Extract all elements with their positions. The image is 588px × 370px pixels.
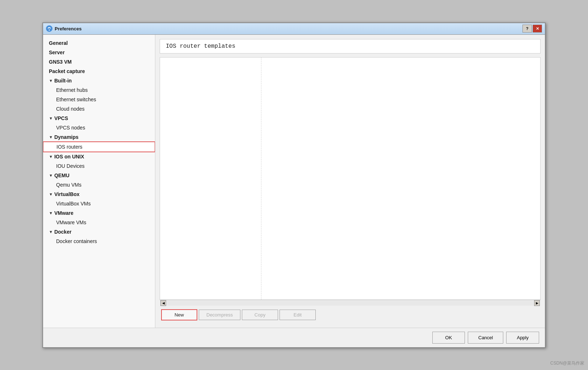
- sidebar-item-docker[interactable]: ▼ Docker: [43, 227, 155, 237]
- sidebar-item-vmware-vms[interactable]: VMware VMs: [43, 218, 155, 227]
- new-button[interactable]: New: [161, 309, 197, 320]
- virtualbox-arrow: ▼: [49, 192, 53, 196]
- scroll-right-btn[interactable]: ▶: [534, 300, 540, 306]
- action-buttons: New Decompress Copy Edit: [160, 306, 541, 323]
- scroll-track[interactable]: [167, 301, 533, 306]
- docker-arrow: ▼: [49, 230, 53, 234]
- cancel-button[interactable]: Cancel: [468, 332, 503, 344]
- window-icon: [46, 25, 52, 32]
- svg-point-0: [46, 26, 52, 31]
- ios-unix-arrow: ▼: [49, 154, 53, 159]
- title-bar: Preferences ? ✕: [43, 23, 545, 35]
- sidebar-item-built-in[interactable]: ▼ Built-in: [43, 76, 155, 85]
- close-button[interactable]: ✕: [533, 25, 542, 33]
- window-controls: ? ✕: [522, 25, 542, 33]
- content-area: General Server GNS3 VM Packet capture ▼ …: [43, 35, 545, 328]
- decompress-button[interactable]: Decompress: [199, 310, 240, 320]
- sidebar-item-vpcs-nodes[interactable]: VPCS nodes: [43, 123, 155, 132]
- dynamips-arrow: ▼: [49, 135, 53, 139]
- vpcs-arrow: ▼: [49, 116, 53, 120]
- right-pane: [261, 58, 540, 299]
- help-button[interactable]: ?: [522, 25, 532, 33]
- sidebar-item-virtualbox-vms[interactable]: VirtualBox VMs: [43, 199, 155, 208]
- sidebar-item-ethernet-switches[interactable]: Ethernet switches: [43, 95, 155, 104]
- sidebar-item-general[interactable]: General: [43, 38, 155, 48]
- sidebar-item-packet-capture[interactable]: Packet capture: [43, 67, 155, 76]
- panel-content: [160, 57, 541, 300]
- svg-point-1: [49, 30, 50, 31]
- sidebar-item-ethernet-hubs[interactable]: Ethernet hubs: [43, 85, 155, 95]
- ok-button[interactable]: OK: [432, 332, 465, 344]
- scroll-left-btn[interactable]: ◀: [160, 300, 166, 306]
- preferences-window: Preferences ? ✕ General Server GNS3 VM P…: [42, 22, 546, 348]
- horizontal-scrollbar[interactable]: ◀ ▶: [160, 300, 541, 306]
- sidebar-item-iou-devices[interactable]: IOU Devices: [43, 161, 155, 171]
- sidebar-item-virtualbox[interactable]: ▼ VirtualBox: [43, 190, 155, 199]
- apply-button[interactable]: Apply: [506, 332, 539, 344]
- sidebar-item-docker-containers[interactable]: Docker containers: [43, 237, 155, 246]
- sidebar-item-gns3vm[interactable]: GNS3 VM: [43, 57, 155, 67]
- dialog-buttons: OK Cancel Apply: [43, 328, 545, 347]
- sidebar-item-vmware[interactable]: ▼ VMware: [43, 208, 155, 218]
- vmware-arrow: ▼: [49, 211, 53, 215]
- sidebar-item-cloud-nodes[interactable]: Cloud nodes: [43, 104, 155, 114]
- sidebar-item-ios-routers[interactable]: IOS routers: [43, 142, 155, 152]
- copy-button[interactable]: Copy: [242, 310, 278, 320]
- edit-button[interactable]: Edit: [280, 310, 316, 320]
- sidebar-item-vpcs[interactable]: ▼ VPCS: [43, 114, 155, 123]
- sidebar-item-server[interactable]: Server: [43, 48, 155, 57]
- sidebar-item-dynamips[interactable]: ▼ Dynamips: [43, 132, 155, 142]
- built-in-arrow: ▼: [49, 78, 53, 83]
- panel-title: IOS router templates: [160, 39, 541, 54]
- sidebar-item-qemu-vms[interactable]: Qemu VMs: [43, 180, 155, 190]
- watermark: CSDN@菜鸟作家: [550, 360, 584, 366]
- window-title: Preferences: [55, 26, 522, 31]
- qemu-arrow: ▼: [49, 173, 53, 178]
- sidebar-item-qemu[interactable]: ▼ QEMU: [43, 171, 155, 180]
- main-panel: IOS router templates ◀ ▶ New Decompress …: [155, 35, 545, 328]
- sidebar: General Server GNS3 VM Packet capture ▼ …: [43, 35, 155, 328]
- sidebar-item-ios-on-unix[interactable]: ▼ IOS on UNIX: [43, 152, 155, 161]
- left-pane: [160, 58, 261, 299]
